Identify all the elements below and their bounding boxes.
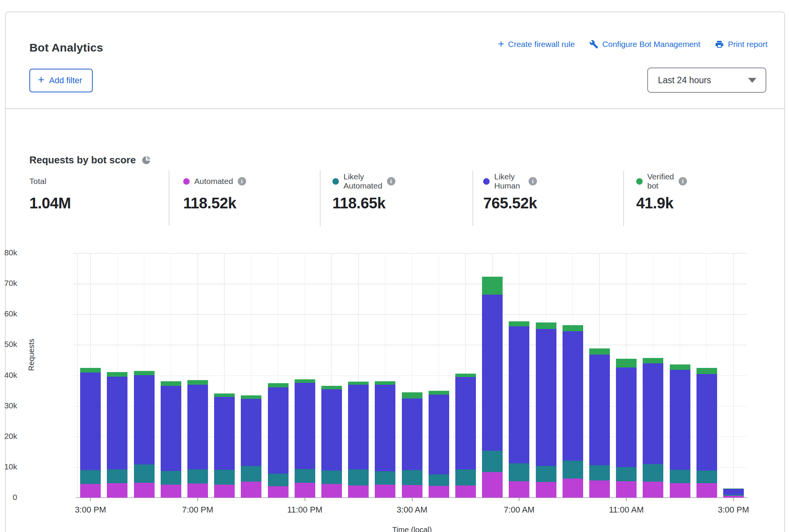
segment-automated xyxy=(509,481,529,498)
x-tick-label: 11:00 AM xyxy=(600,505,653,515)
x-tick-label: 3:00 PM xyxy=(707,505,760,515)
segment-likely-automated xyxy=(696,471,717,483)
segment-automated xyxy=(643,482,663,498)
y-tick-label: 30k xyxy=(0,401,17,410)
time-range-value: Last 24 hours xyxy=(658,75,711,85)
info-icon[interactable] xyxy=(679,177,687,185)
plus-icon: + xyxy=(498,40,504,48)
segment-verified-bot xyxy=(563,325,583,331)
segment-automated xyxy=(402,485,422,498)
segment-likely-human xyxy=(402,398,422,470)
bar-22[interactable] xyxy=(670,364,690,498)
segment-likely-human xyxy=(616,368,637,467)
segment-likely-automated xyxy=(589,465,610,480)
segment-verified-bot xyxy=(509,321,529,327)
bar-6[interactable] xyxy=(241,395,261,498)
segment-likely-automated xyxy=(80,470,101,484)
segment-verified-bot xyxy=(268,383,289,387)
segment-likely-human xyxy=(107,377,127,470)
segment-verified-bot xyxy=(643,358,663,363)
segment-likely-human xyxy=(482,295,503,451)
gridline-h xyxy=(73,314,747,315)
segment-likely-automated xyxy=(509,463,529,481)
segment-verified-bot xyxy=(80,368,101,372)
info-icon[interactable] xyxy=(529,177,537,185)
segment-likely-human xyxy=(589,355,610,465)
segment-likely-automated xyxy=(107,469,127,483)
segment-likely-human xyxy=(214,397,235,470)
bar-21[interactable] xyxy=(643,358,663,498)
segment-likely-human xyxy=(348,385,369,470)
bar-9[interactable] xyxy=(321,386,342,498)
segment-verified-bot xyxy=(241,395,261,399)
create-firewall-rule-link[interactable]: + Create firewall rule xyxy=(498,40,575,49)
segment-automated xyxy=(670,483,690,498)
segment-automated xyxy=(268,486,289,498)
segment-likely-human xyxy=(187,385,208,469)
segment-verified-bot xyxy=(375,381,395,385)
add-filter-button[interactable]: + Add filter xyxy=(29,69,93,92)
segment-automated xyxy=(80,484,101,498)
segment-likely-human xyxy=(723,489,744,495)
segment-likely-automated xyxy=(616,467,637,481)
segment-verified-bot xyxy=(589,348,610,355)
segment-likely-human xyxy=(321,389,342,471)
bar-17[interactable] xyxy=(536,322,556,498)
segment-verified-bot xyxy=(696,368,717,374)
segment-verified-bot xyxy=(348,382,369,385)
segment-automated xyxy=(482,472,503,498)
time-range-dropdown[interactable]: Last 24 hours xyxy=(647,68,766,93)
bar-5[interactable] xyxy=(214,393,235,498)
page-title: Bot Analytics xyxy=(29,41,103,54)
gridline-h xyxy=(73,284,747,284)
bar-15[interactable] xyxy=(482,277,503,498)
y-tick-label: 60k xyxy=(0,309,17,318)
segment-likely-human xyxy=(241,399,261,466)
x-tick xyxy=(90,498,91,501)
printer-icon xyxy=(715,40,724,49)
bar-19[interactable] xyxy=(589,348,610,498)
segment-verified-bot xyxy=(536,322,556,329)
segment-verified-bot xyxy=(187,380,208,385)
stat-divider xyxy=(169,171,169,226)
bar-16[interactable] xyxy=(509,321,529,498)
segment-automated xyxy=(589,480,610,498)
segment-verified-bot xyxy=(214,393,235,397)
x-tick xyxy=(733,498,734,501)
segment-verified-bot xyxy=(482,277,503,295)
stat-total-label: Total xyxy=(29,177,46,186)
segment-automated xyxy=(348,485,369,498)
bar-24[interactable] xyxy=(723,488,744,498)
bar-20[interactable] xyxy=(616,359,637,498)
bar-14[interactable] xyxy=(455,374,476,498)
segment-automated xyxy=(161,485,181,498)
automated-dot-icon xyxy=(183,178,190,185)
bar-7[interactable] xyxy=(268,383,289,498)
bar-11[interactable] xyxy=(375,381,395,498)
x-tick xyxy=(519,498,519,501)
bar-18[interactable] xyxy=(563,325,583,498)
bar-10[interactable] xyxy=(348,382,369,498)
bar-13[interactable] xyxy=(429,391,449,498)
bar-12[interactable] xyxy=(402,392,422,498)
segment-likely-automated xyxy=(161,471,181,485)
bar-1[interactable] xyxy=(107,372,127,498)
info-icon[interactable] xyxy=(238,177,246,185)
bar-8[interactable] xyxy=(295,379,315,498)
bar-4[interactable] xyxy=(187,380,208,498)
stat-likely-human: Likely Human 765.52k xyxy=(483,176,537,212)
x-axis-title: Time (local) xyxy=(77,526,747,532)
info-icon[interactable] xyxy=(387,177,395,185)
segment-verified-bot xyxy=(616,359,637,367)
bar-0[interactable] xyxy=(80,368,101,498)
bar-3[interactable] xyxy=(161,381,181,498)
stat-divider xyxy=(472,171,473,226)
bar-23[interactable] xyxy=(696,368,717,498)
stat-divider xyxy=(320,171,321,226)
print-report-link[interactable]: Print report xyxy=(715,40,767,49)
segment-verified-bot xyxy=(402,392,422,398)
bar-2[interactable] xyxy=(134,371,155,498)
configure-bot-management-link[interactable]: Configure Bot Management xyxy=(589,40,700,49)
chevron-down-icon xyxy=(748,78,756,83)
segment-likely-human xyxy=(536,329,556,466)
